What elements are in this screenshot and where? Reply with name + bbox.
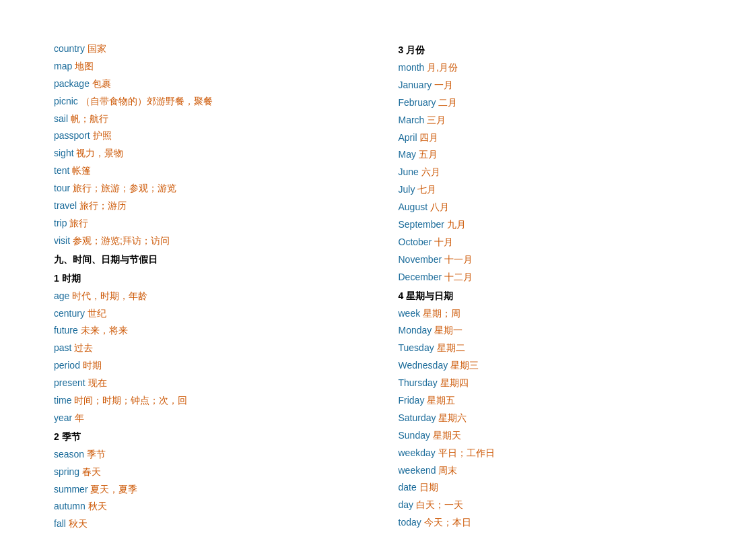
chinese-translation: 地图	[75, 61, 94, 71]
chinese-translation: 帐篷	[72, 165, 91, 176]
list-item: Wednesday 星期三	[399, 357, 703, 375]
list-item: date 日期	[399, 479, 703, 497]
english-word: Wednesday	[399, 360, 448, 371]
english-word: summer	[54, 484, 88, 495]
list-item: July 七月	[399, 181, 703, 199]
chinese-translation: 时代，时期，年龄	[72, 290, 147, 301]
list-item: week 星期；周	[399, 305, 703, 323]
chinese-translation: 过去	[74, 342, 93, 353]
english-word: March	[399, 115, 425, 125]
english-word: season	[54, 449, 84, 460]
chinese-translation: 夏天，夏季	[90, 484, 137, 495]
list-item: past 过去	[54, 340, 358, 357]
english-word: October	[399, 237, 432, 247]
list-item: January 一月	[399, 77, 703, 94]
list-item: June 六月	[399, 164, 703, 181]
page: country 国家map 地图package 包裹picnic （自带食物的）…	[0, 0, 756, 535]
english-word: Saturday	[399, 412, 436, 423]
chinese-translation: 星期三	[450, 360, 479, 371]
list-item: tour 旅行；旅游；参观；游览	[54, 180, 358, 197]
list-item: April 四月	[399, 129, 703, 147]
english-word: year	[54, 412, 72, 423]
chinese-translation: 十月	[434, 237, 453, 247]
english-word: century	[54, 308, 85, 319]
chinese-translation: 四月	[419, 132, 438, 143]
list-item: time 时间；时期；钟点；次，回	[54, 392, 358, 410]
chinese-translation: 星期四	[440, 377, 469, 388]
chinese-translation: 时期	[83, 360, 102, 371]
english-word: Thursday	[399, 377, 438, 388]
english-word: Monday	[399, 325, 432, 336]
chinese-translation: 七月	[417, 184, 436, 195]
english-word: sail	[54, 113, 68, 124]
list-item: Saturday 星期六	[399, 410, 703, 427]
english-word: July	[399, 184, 415, 195]
chinese-translation: 日期	[419, 482, 438, 493]
english-word: day	[399, 499, 414, 510]
list-item: December 十二月	[399, 269, 703, 286]
chinese-translation: 十一月	[444, 254, 473, 265]
list-item: Thursday 星期四	[399, 375, 703, 392]
list-item: passport 护照	[54, 127, 358, 145]
list-item: summer 夏天，夏季	[54, 481, 358, 499]
chinese-translation: 现在	[88, 377, 107, 388]
left-column: country 国家map 地图package 包裹picnic （自带食物的）…	[54, 40, 378, 535]
english-word: tent	[54, 165, 69, 176]
list-item: map 地图	[54, 58, 358, 75]
english-word: April	[399, 132, 417, 143]
english-word: time	[54, 395, 71, 406]
list-item: tomorrow 明天；明日	[399, 532, 703, 535]
list-item: Sunday 星期天	[399, 427, 703, 445]
list-item: period 时期	[54, 357, 358, 375]
list-item: Tuesday 星期二	[399, 340, 703, 357]
list-item: weekend 周末	[399, 462, 703, 480]
list-item: October 十月	[399, 234, 703, 251]
chinese-translation: 白天；一天	[416, 499, 463, 510]
chinese-translation: 视力，景物	[76, 148, 123, 158]
chinese-translation: 星期二	[437, 342, 465, 353]
chinese-translation: （自带食物的）郊游野餐，聚餐	[81, 96, 213, 106]
list-item: age 时代，时期，年龄	[54, 288, 358, 305]
chinese-translation: 星期一	[434, 325, 462, 336]
chinese-translation: 旅行；游历	[79, 200, 127, 211]
chinese-translation: 八月	[430, 201, 449, 212]
list-item: century 世纪	[54, 305, 358, 323]
list-item: future 未来，将来	[54, 322, 358, 340]
chinese-translation: 二月	[438, 97, 457, 108]
chinese-translation: 星期五	[427, 395, 455, 406]
english-word: Tuesday	[399, 342, 434, 353]
list-item: tent 帐篷	[54, 162, 358, 180]
list-item: November 十一月	[399, 251, 703, 269]
list-item: trip 旅行	[54, 215, 358, 232]
chinese-translation: 年	[75, 412, 84, 423]
list-item: today 今天；本日	[399, 514, 703, 532]
list-item: August 八月	[399, 199, 703, 216]
chinese-translation: 六月	[421, 166, 440, 177]
chinese-translation: 旅行	[69, 218, 88, 228]
english-word: September	[399, 219, 444, 230]
right-column: 3 月份month 月,月份January 一月February 二月March…	[378, 40, 703, 535]
list-item: visit 参观；游览;拜访；访问	[54, 232, 358, 250]
english-word: December	[399, 272, 442, 282]
list-item: September 九月	[399, 216, 703, 234]
chinese-translation: 九月	[447, 219, 466, 230]
chinese-translation: 世纪	[88, 308, 106, 319]
list-item: February 二月	[399, 94, 703, 112]
list-item: fall 秋天	[54, 515, 358, 533]
chinese-translation: 国家	[88, 43, 106, 54]
chinese-translation: 平日；工作日	[438, 447, 495, 458]
list-item: picnic （自带食物的）郊游野餐，聚餐	[54, 93, 358, 111]
english-word: June	[399, 166, 419, 177]
chinese-translation: 时间；时期；钟点；次，回	[74, 395, 187, 406]
list-item: present 现在	[54, 375, 358, 392]
chinese-translation: 秋天	[69, 518, 88, 529]
list-item: package 包裹	[54, 75, 358, 93]
english-word: month	[399, 62, 425, 73]
chinese-translation: 星期六	[438, 412, 467, 423]
chinese-translation: 一月	[434, 80, 453, 90]
chinese-translation: 月,月份	[427, 62, 458, 73]
chinese-translation: 包裹	[92, 78, 111, 89]
chinese-translation: 帆；航行	[71, 113, 108, 124]
english-word: date	[399, 482, 417, 493]
english-word: passport	[54, 130, 90, 141]
